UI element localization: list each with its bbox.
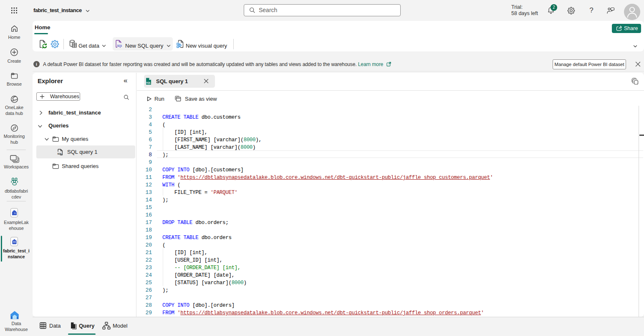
svg-text:SQL: SQL: [117, 44, 122, 48]
svg-text:SQL: SQL: [146, 81, 151, 84]
svg-text:SQL: SQL: [58, 153, 63, 155]
